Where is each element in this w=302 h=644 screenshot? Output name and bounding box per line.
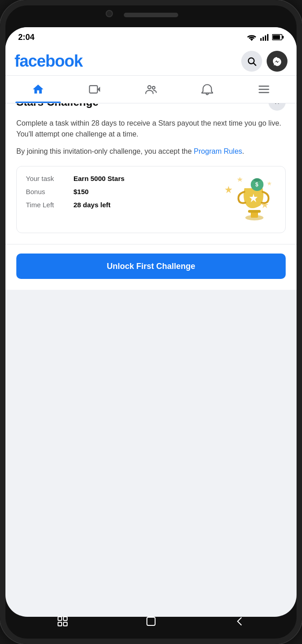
android-home-button[interactable]: [137, 608, 165, 635]
signal-icon: [260, 34, 268, 41]
task-details: Your task Earn 5000 Stars Bonus $150 Tim…: [26, 175, 125, 209]
svg-line-8: [253, 63, 256, 65]
modal-invitation: By joining this invitation-only challeng…: [16, 146, 286, 157]
time-left-value: 28 days left: [73, 201, 111, 209]
svg-rect-2: [265, 35, 266, 41]
fb-header-icons: [241, 51, 287, 72]
svg-rect-30: [58, 617, 62, 620]
modal-header: Stars Challenge ×: [16, 103, 286, 111]
modal-close-button[interactable]: ×: [268, 103, 286, 111]
tab-menu[interactable]: [236, 76, 292, 103]
android-back-button[interactable]: [226, 608, 253, 635]
fb-logo: facebook: [15, 52, 83, 71]
modal-divider: [5, 244, 297, 244]
speaker: [124, 13, 178, 17]
battery-icon: [272, 34, 284, 40]
bonus-label: Bonus: [26, 188, 64, 195]
svg-rect-32: [58, 622, 62, 626]
status-bar: 2:04: [5, 27, 297, 47]
svg-rect-3: [267, 34, 268, 41]
svg-marker-18: [225, 186, 232, 193]
task-row-bonus: Bonus $150: [26, 188, 125, 195]
svg-rect-0: [260, 38, 262, 41]
svg-rect-31: [63, 617, 67, 620]
screen: 2:04: [5, 27, 297, 617]
messenger-icon: [272, 56, 282, 66]
unlock-challenge-button[interactable]: Unlock First Challenge: [16, 254, 286, 279]
android-nav-bar: [0, 608, 302, 635]
svg-rect-6: [273, 35, 280, 39]
svg-rect-9: [89, 86, 97, 93]
svg-rect-33: [63, 622, 67, 626]
program-rules-link[interactable]: Program Rules: [194, 147, 242, 155]
fb-nav: [5, 76, 297, 103]
bonus-value: $150: [73, 188, 88, 195]
svg-rect-5: [283, 36, 284, 39]
phone-frame: 2:04: [0, 0, 302, 644]
home-icon: [32, 83, 44, 96]
svg-rect-24: [248, 210, 261, 213]
your-task-label: Your task: [26, 175, 64, 182]
svg-point-11: [148, 86, 151, 89]
task-box: Your task Earn 5000 Stars Bonus $150 Tim…: [16, 166, 286, 233]
tab-video[interactable]: [66, 76, 122, 103]
groups-icon: [145, 83, 157, 96]
modal-title: Stars Challenge: [16, 103, 98, 108]
wifi-icon: [247, 34, 257, 41]
task-row-time: Time Left 28 days left: [26, 201, 125, 209]
tab-home[interactable]: [10, 76, 66, 103]
menu-icon: [258, 83, 270, 96]
bell-icon: [201, 83, 214, 96]
svg-marker-21: [267, 181, 272, 185]
modal-description: Complete a task within 28 days to receiv…: [16, 118, 286, 140]
svg-text:~~~: ~~~: [254, 180, 260, 184]
search-icon: [247, 56, 257, 66]
messenger-button[interactable]: [267, 51, 287, 72]
stars-challenge-modal: Stars Challenge × Complete a task within…: [5, 103, 297, 290]
svg-marker-20: [237, 177, 243, 182]
trophy-illustration: $ ~~~: [222, 175, 276, 224]
video-icon: [88, 83, 101, 96]
status-icons: [247, 34, 284, 41]
svg-rect-34: [147, 617, 155, 625]
time-left-label: Time Left: [26, 201, 64, 209]
status-time: 2:04: [18, 33, 34, 42]
tab-groups[interactable]: [123, 76, 179, 103]
tab-notifications[interactable]: [179, 76, 235, 103]
android-recent-button[interactable]: [49, 608, 76, 635]
fb-header: facebook: [5, 47, 297, 76]
camera: [106, 10, 113, 17]
feed-area: Complete a challenge to earn Stars Build…: [5, 103, 297, 290]
your-task-value: Earn 5000 Stars: [73, 175, 125, 182]
search-button[interactable]: [241, 51, 262, 72]
svg-rect-1: [263, 37, 264, 41]
task-row-your-task: Your task Earn 5000 Stars: [26, 175, 125, 182]
svg-point-12: [152, 87, 155, 89]
